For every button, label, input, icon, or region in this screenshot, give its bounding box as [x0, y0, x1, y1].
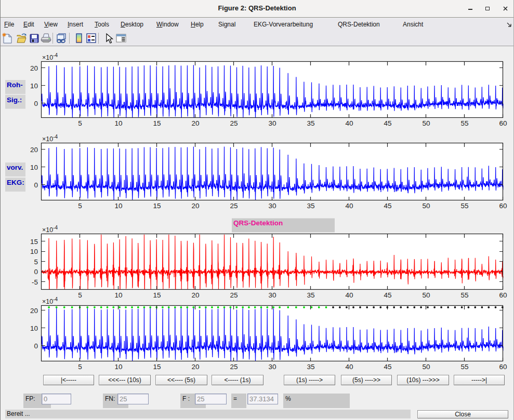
svg-text:45: 45	[384, 291, 391, 299]
svg-text:-5: -5	[32, 278, 38, 286]
svg-text:×10-4: ×10-4	[42, 134, 58, 143]
svg-text:25: 25	[230, 291, 238, 299]
svg-text:40: 40	[345, 363, 353, 371]
svg-text:5: 5	[34, 258, 38, 266]
svg-text:50: 50	[422, 202, 430, 210]
svg-text:×10-4: ×10-4	[42, 225, 58, 234]
svg-text:10: 10	[30, 82, 38, 90]
svg-text:15: 15	[30, 238, 38, 246]
svg-text:Roh-: Roh-	[7, 81, 23, 89]
svg-text:55: 55	[460, 363, 468, 371]
svg-text:10: 10	[30, 164, 38, 171]
svg-text:60: 60	[499, 363, 507, 371]
svg-text:vorv.: vorv.	[7, 164, 23, 171]
svg-text:60: 60	[499, 291, 507, 299]
svg-text:45: 45	[384, 363, 391, 371]
svg-text:15: 15	[153, 363, 161, 371]
svg-text:40: 40	[345, 119, 353, 127]
svg-text:5: 5	[78, 363, 82, 371]
svg-text:10: 10	[114, 291, 122, 299]
svg-text:55: 55	[460, 202, 468, 210]
svg-text:30: 30	[268, 202, 276, 210]
svg-text:50: 50	[422, 363, 430, 371]
svg-text:10: 10	[114, 363, 122, 371]
svg-text:55: 55	[460, 119, 468, 127]
svg-text:Sig.:: Sig.:	[7, 96, 22, 104]
svg-text:20: 20	[30, 146, 38, 154]
svg-text:×10-4: ×10-4	[42, 52, 58, 61]
svg-text:60: 60	[499, 119, 507, 127]
svg-text:20: 20	[191, 291, 199, 299]
svg-text:0: 0	[34, 100, 38, 107]
svg-text:20: 20	[191, 119, 199, 127]
svg-text:10: 10	[114, 202, 122, 210]
svg-text:20: 20	[30, 64, 38, 72]
svg-text:EKG:: EKG:	[7, 179, 24, 186]
svg-text:35: 35	[307, 291, 314, 299]
svg-text:55: 55	[460, 291, 468, 299]
svg-text:25: 25	[230, 119, 238, 127]
svg-text:10: 10	[114, 119, 122, 127]
svg-text:30: 30	[268, 291, 276, 299]
svg-text:60: 60	[499, 202, 507, 210]
svg-text:25: 25	[230, 202, 238, 210]
svg-text:5: 5	[78, 119, 82, 127]
svg-text:20: 20	[191, 202, 199, 210]
svg-text:30: 30	[268, 363, 276, 371]
svg-text:30: 30	[268, 119, 276, 127]
svg-text:20: 20	[191, 363, 199, 371]
svg-text:0: 0	[34, 181, 38, 189]
svg-text:45: 45	[384, 202, 391, 210]
svg-text:15: 15	[153, 202, 161, 210]
svg-text:35: 35	[307, 363, 314, 371]
svg-text:15: 15	[153, 291, 161, 299]
svg-text:QRS-Detektion: QRS-Detektion	[233, 219, 283, 227]
svg-text:25: 25	[230, 363, 238, 371]
svg-text:0: 0	[34, 342, 38, 350]
svg-text:5: 5	[78, 291, 82, 299]
svg-text:50: 50	[422, 291, 430, 299]
svg-text:40: 40	[345, 291, 353, 299]
svg-text:40: 40	[345, 202, 353, 210]
svg-text:35: 35	[307, 202, 314, 210]
svg-text:15: 15	[153, 119, 161, 127]
svg-text:45: 45	[384, 119, 391, 127]
svg-text:20: 20	[30, 307, 38, 315]
svg-text:5: 5	[78, 202, 82, 210]
svg-text:0: 0	[34, 268, 38, 276]
svg-text:10: 10	[30, 248, 38, 255]
svg-text:35: 35	[307, 119, 314, 127]
svg-text:×10-4: ×10-4	[42, 296, 58, 305]
svg-text:50: 50	[422, 119, 430, 127]
svg-text:10: 10	[30, 324, 38, 332]
